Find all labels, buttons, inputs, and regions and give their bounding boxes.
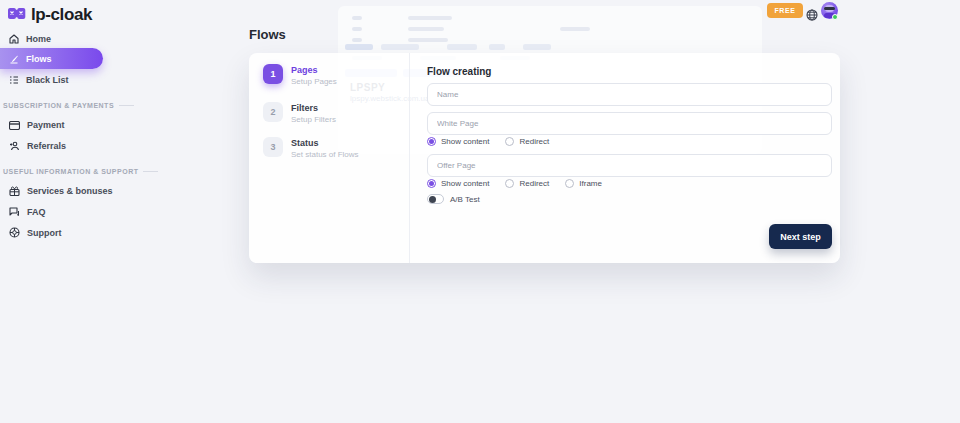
name-input[interactable]: [427, 83, 832, 106]
offer-page-radio-group: Show content Redirect Iframe: [427, 179, 602, 188]
sidebar-item-label: Flows: [26, 54, 52, 64]
section-divider: [143, 171, 158, 172]
step-filters[interactable]: 2 Filters Setup Filters: [263, 102, 336, 124]
flow-creating-modal: 1 Pages Setup Pages 2 Filters Setup Filt…: [249, 53, 840, 263]
page-title: Flows: [249, 27, 286, 42]
globe-icon[interactable]: [806, 7, 818, 19]
step-subtitle: Setup Pages: [291, 77, 337, 86]
sidebar-item-label: Black List: [26, 75, 69, 85]
radio-redirect[interactable]: Redirect: [505, 179, 549, 188]
radio-icon: [505, 179, 514, 188]
step-subtitle: Set status of Flows: [291, 150, 359, 159]
sidebar-item-label: Referrals: [27, 141, 66, 151]
white-page-radio-group: Show content Redirect: [427, 137, 549, 146]
radio-iframe[interactable]: Iframe: [565, 179, 602, 188]
radio-icon: [427, 179, 436, 188]
sidebar-item-services-bonuses[interactable]: Services & bonuses: [0, 183, 113, 199]
radio-show-content[interactable]: Show content: [427, 137, 489, 146]
home-icon: [9, 30, 19, 48]
sidebar-item-support[interactable]: Support: [0, 225, 62, 241]
modal-divider: [409, 53, 410, 263]
step-number-badge: 3: [263, 137, 283, 157]
step-status[interactable]: 3 Status Set status of Flows: [263, 137, 359, 159]
sidebar-item-label: Home: [26, 34, 51, 44]
ab-test-toggle-row[interactable]: A/B Test: [427, 194, 480, 204]
modal-title: Flow creating: [427, 66, 491, 77]
radio-icon: [505, 137, 514, 146]
radio-icon: [427, 137, 436, 146]
sidebar-item-black-list[interactable]: Black List: [0, 72, 69, 88]
payment-icon: [9, 116, 20, 134]
brand-logo[interactable]: lp-cloak: [7, 5, 92, 25]
step-number-badge: 2: [263, 102, 283, 122]
avatar-goggles: [824, 7, 835, 10]
blacklist-icon: [9, 71, 19, 89]
sidebar-item-flows[interactable]: Flows: [0, 48, 103, 69]
section-divider: [119, 105, 134, 106]
next-step-button[interactable]: Next step: [769, 224, 832, 249]
white-page-input[interactable]: [427, 112, 832, 135]
step-subtitle: Setup Filters: [291, 115, 336, 124]
step-pages[interactable]: 1 Pages Setup Pages: [263, 64, 337, 86]
flows-icon: [9, 50, 19, 68]
lifebuoy-icon: [9, 224, 20, 242]
brand-name: lp-cloak: [31, 5, 92, 25]
online-status-dot: [832, 14, 838, 20]
sidebar: lp-cloak Home Flows Black List SUBSCRIPT…: [0, 0, 200, 423]
chat-icon: [9, 203, 20, 221]
radio-icon: [565, 179, 574, 188]
step-number-badge: 1: [263, 64, 283, 84]
sidebar-item-label: Services & bonuses: [27, 186, 113, 196]
toggle-switch[interactable]: [427, 194, 444, 204]
step-title: Status: [291, 137, 359, 148]
toggle-knob: [429, 196, 436, 203]
sidebar-item-label: Support: [27, 228, 62, 238]
sidebar-item-payment[interactable]: Payment: [0, 117, 65, 133]
radio-show-content[interactable]: Show content: [427, 179, 489, 188]
step-title: Pages: [291, 64, 337, 75]
sidebar-item-referrals[interactable]: Referrals: [0, 138, 66, 154]
offer-page-input[interactable]: [427, 154, 832, 177]
sidebar-item-home[interactable]: Home: [0, 31, 51, 47]
gift-icon: [9, 182, 20, 200]
sidebar-item-faq[interactable]: FAQ: [0, 204, 46, 220]
user-avatar[interactable]: [821, 2, 838, 19]
referrals-icon: [9, 137, 20, 155]
step-title: Filters: [291, 102, 336, 113]
sidebar-item-label: Payment: [27, 120, 65, 130]
mask-icon: [7, 6, 26, 24]
plan-badge-button[interactable]: FREE: [767, 3, 803, 18]
sidebar-item-label: FAQ: [27, 207, 46, 217]
sidebar-section-header: SUBSCRIPTION & PAYMENTS: [3, 102, 134, 109]
sidebar-section-header: USEFUL INFORMATION & SUPPORT: [3, 168, 158, 175]
radio-redirect[interactable]: Redirect: [505, 137, 549, 146]
ab-test-label: A/B Test: [450, 195, 480, 204]
